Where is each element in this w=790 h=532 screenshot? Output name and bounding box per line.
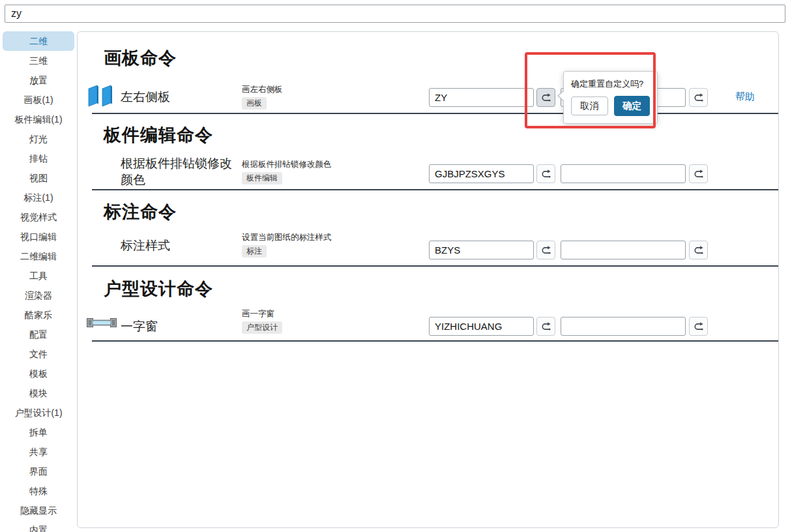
reset-custom-button[interactable] bbox=[689, 317, 708, 336]
row-divider bbox=[92, 113, 778, 114]
category-tag: 户型设计 bbox=[242, 321, 282, 334]
command-name: 左右侧板 bbox=[121, 89, 238, 105]
sidebar-item-template[interactable]: 模板 bbox=[3, 364, 74, 383]
reset-icon bbox=[541, 93, 551, 103]
sidebar-item-module[interactable]: 模块 bbox=[3, 383, 74, 403]
sidebar-item-dimension[interactable]: 标注(1) bbox=[3, 188, 74, 207]
row-divider bbox=[92, 265, 778, 267]
sidebar-item-special[interactable]: 特殊 bbox=[3, 481, 74, 501]
sidebar-item-share[interactable]: 共享 bbox=[3, 442, 74, 462]
shortcut-input[interactable] bbox=[429, 241, 534, 259]
category-tag: 标注 bbox=[242, 245, 267, 258]
reset-shortcut-button[interactable] bbox=[536, 317, 555, 336]
reset-icon bbox=[541, 321, 551, 332]
sidebar-item-view[interactable]: 视图 bbox=[3, 168, 74, 188]
section-title-drawboard: 画板命令 bbox=[104, 46, 177, 70]
confirm-button[interactable]: 确定 bbox=[614, 96, 650, 116]
sidebar-item-house-design[interactable]: 户型设计(1) bbox=[3, 403, 74, 422]
sidebar-item-3d[interactable]: 三维 bbox=[3, 51, 74, 70]
command-description: 画左右侧板 画板 bbox=[242, 85, 418, 110]
sidebar-item-light[interactable]: 灯光 bbox=[3, 129, 74, 149]
section-title-house-design: 户型设计命令 bbox=[104, 277, 213, 301]
sidebar-item-split-order[interactable]: 拆单 bbox=[3, 422, 74, 442]
sidebar-item-kujiale[interactable]: 酷家乐 bbox=[3, 305, 74, 325]
command-name: 一字窗 bbox=[121, 318, 238, 334]
reset-icon bbox=[694, 321, 704, 332]
category-tag: 画板 bbox=[242, 97, 267, 110]
command-name: 标注样式 bbox=[121, 237, 238, 254]
sidebar-item-builtin[interactable]: 内置 bbox=[3, 520, 74, 532]
command-description: 画一字窗 户型设计 bbox=[242, 309, 418, 334]
reset-icon bbox=[541, 245, 551, 256]
description-text: 画左右侧板 bbox=[242, 85, 418, 95]
command-description: 根据板件排钻锁修改颜色 板件编辑 bbox=[242, 160, 418, 185]
sidebar-item-2d[interactable]: 二维 bbox=[3, 31, 74, 51]
description-text: 设置当前图纸的标注样式 bbox=[242, 233, 418, 243]
custom-shortcut-input[interactable] bbox=[561, 164, 686, 183]
reset-icon bbox=[541, 169, 551, 179]
popup-message: 确定重置自定义吗? bbox=[571, 78, 650, 90]
reset-icon bbox=[694, 93, 704, 103]
category-tag: 板件编辑 bbox=[242, 172, 282, 185]
reset-icon bbox=[694, 245, 704, 256]
custom-shortcut-input[interactable] bbox=[561, 241, 686, 259]
description-text: 画一字窗 bbox=[242, 309, 418, 319]
row-divider bbox=[92, 189, 778, 190]
shortcut-input[interactable] bbox=[429, 164, 534, 183]
command-description: 设置当前图纸的标注样式 标注 bbox=[242, 233, 418, 258]
sidebar-item-2d-edit[interactable]: 二维编辑 bbox=[3, 246, 74, 266]
reset-custom-button[interactable] bbox=[689, 164, 708, 183]
sidebar-item-drill[interactable]: 排钻 bbox=[3, 149, 74, 168]
left-right-panel-icon bbox=[87, 83, 117, 111]
sidebar-item-hide-show[interactable]: 隐藏显示 bbox=[3, 501, 74, 520]
sidebar-item-config[interactable]: 配置 bbox=[3, 325, 74, 344]
description-text: 根据板件排钻锁修改颜色 bbox=[242, 160, 418, 170]
sidebar-item-renderer[interactable]: 渲染器 bbox=[3, 286, 74, 305]
custom-shortcut-input[interactable] bbox=[561, 317, 686, 336]
reset-icon bbox=[694, 169, 704, 179]
section-title-dimension: 标注命令 bbox=[104, 200, 177, 224]
sidebar-item-panel-edit[interactable]: 板件编辑(1) bbox=[3, 110, 74, 129]
section-title-panel-edit: 板件编辑命令 bbox=[104, 123, 213, 147]
sidebar-item-interface[interactable]: 界面 bbox=[3, 462, 74, 481]
row-divider bbox=[92, 340, 778, 342]
sidebar-item-visual-style[interactable]: 视觉样式 bbox=[3, 207, 74, 227]
reset-custom-button[interactable] bbox=[689, 88, 708, 107]
shortcut-input[interactable] bbox=[429, 317, 534, 336]
reset-shortcut-button[interactable] bbox=[536, 164, 555, 183]
command-name: 根据板件排钻锁修改颜色 bbox=[121, 155, 238, 188]
sidebar-item-place[interactable]: 放置 bbox=[3, 70, 74, 90]
reset-confirm-popup: 确定重置自定义吗? 取消 确定 bbox=[563, 71, 658, 124]
category-sidebar: 二维 三维 放置 画板(1) 板件编辑(1) 灯光 排钻 视图 标注(1) 视觉… bbox=[0, 31, 77, 532]
one-line-window-icon bbox=[87, 318, 117, 331]
reset-shortcut-button[interactable] bbox=[536, 241, 555, 259]
sidebar-item-tools[interactable]: 工具 bbox=[3, 266, 74, 286]
sidebar-item-drawboard[interactable]: 画板(1) bbox=[3, 90, 74, 110]
cancel-button[interactable]: 取消 bbox=[571, 96, 608, 115]
search-input[interactable] bbox=[5, 5, 785, 23]
sidebar-item-viewport-edit[interactable]: 视口编辑 bbox=[3, 227, 74, 246]
sidebar-item-file[interactable]: 文件 bbox=[3, 344, 74, 364]
help-link[interactable]: 帮助 bbox=[735, 91, 755, 103]
shortcut-input[interactable] bbox=[429, 88, 534, 107]
reset-custom-button[interactable] bbox=[689, 241, 708, 259]
command-list-panel: 画板命令 左右侧板 画左右侧板 画板 帮助 板件编辑命令 根据板 bbox=[77, 31, 779, 528]
